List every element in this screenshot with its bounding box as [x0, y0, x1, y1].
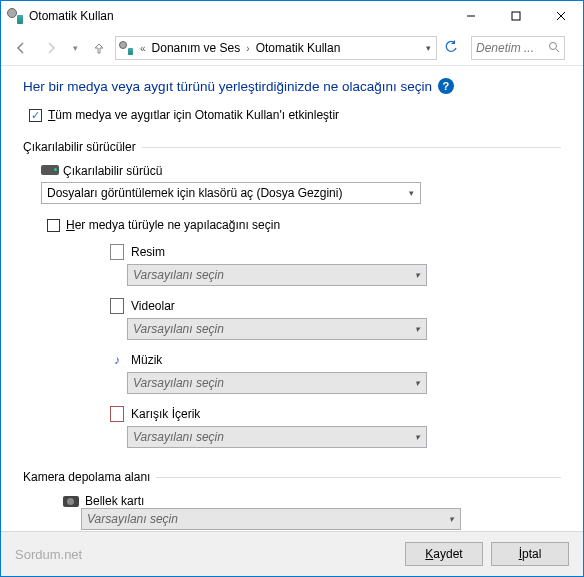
- save-button[interactable]: Kaydet: [405, 542, 483, 566]
- media-image-row: Resim: [109, 244, 561, 260]
- media-mixed-row: Karışık İçerik: [109, 406, 561, 422]
- back-button[interactable]: [7, 34, 35, 62]
- crumb-root-chevron-icon[interactable]: «: [136, 43, 150, 54]
- close-button[interactable]: [538, 1, 583, 31]
- page-title: Her bir medya veya aygıt türünü yerleşti…: [23, 78, 561, 94]
- video-icon: [109, 298, 125, 314]
- crumb-current[interactable]: Otomatik Kullan: [254, 41, 343, 55]
- cancel-button[interactable]: İptal: [491, 542, 569, 566]
- watermark: Sordum.net: [15, 547, 82, 562]
- removable-drive-action-combo[interactable]: Dosyaları görüntülemek için klasörü aç (…: [41, 182, 421, 204]
- media-video-row: Videolar: [109, 298, 561, 314]
- chevron-down-icon: ▾: [408, 319, 426, 339]
- crumb-parent[interactable]: Donanım ve Ses: [150, 41, 243, 55]
- mixed-content-icon: [109, 406, 125, 422]
- per-media-type-checkbox[interactable]: [47, 219, 60, 232]
- media-music-row: ♪ Müzik: [109, 352, 561, 368]
- help-icon[interactable]: ?: [438, 78, 454, 94]
- control-panel-window: Otomatik Kullan ▾: [0, 0, 584, 577]
- music-icon: ♪: [109, 352, 125, 368]
- autoplay-icon: [7, 8, 23, 24]
- address-dropdown-button[interactable]: ▾: [420, 43, 436, 53]
- titlebar: Otomatik Kullan: [1, 1, 583, 31]
- image-action-combo[interactable]: Varsayılanı seçin ▾: [127, 264, 427, 286]
- image-icon: [109, 244, 125, 260]
- removable-drive-action-value: Dosyaları görüntülemek için klasörü aç (…: [47, 186, 342, 200]
- nav-toolbar: ▾ « Donanım ve Ses › Otomatik Kullan ▾ D…: [1, 31, 583, 65]
- forward-button[interactable]: [37, 34, 65, 62]
- up-button[interactable]: [85, 34, 113, 62]
- chevron-down-icon: ▾: [408, 265, 426, 285]
- window-title: Otomatik Kullan: [29, 9, 114, 23]
- video-action-combo[interactable]: Varsayılanı seçin ▾: [127, 318, 427, 340]
- address-bar[interactable]: « Donanım ve Ses › Otomatik Kullan ▾: [115, 36, 437, 60]
- dialog-footer: Sordum.net Kaydet İptal: [1, 531, 583, 576]
- chevron-down-icon: ▾: [402, 183, 420, 203]
- maximize-button[interactable]: [493, 1, 538, 31]
- chevron-down-icon: ▾: [408, 373, 426, 393]
- device-memory-card: Bellek kartı: [63, 494, 561, 508]
- svg-point-4: [550, 42, 557, 49]
- chevron-right-icon[interactable]: ›: [242, 43, 253, 54]
- svg-line-5: [556, 49, 559, 52]
- group-camera-storage: Kamera depolama alanı: [23, 470, 561, 484]
- search-placeholder: Denetim ...: [476, 41, 534, 55]
- location-icon: [116, 41, 136, 55]
- drive-icon: [41, 165, 57, 177]
- chevron-down-icon: ▾: [408, 427, 426, 447]
- group-removable-drives: Çıkarılabilir sürücüler: [23, 140, 561, 154]
- recent-locations-button[interactable]: ▾: [67, 34, 83, 62]
- minimize-button[interactable]: [448, 1, 493, 31]
- search-input[interactable]: Denetim ...: [471, 36, 565, 60]
- search-icon: [548, 41, 560, 56]
- content-area: Her bir medya veya aygıt türünü yerleşti…: [1, 66, 583, 531]
- mixed-action-combo[interactable]: Varsayılanı seçin ▾: [127, 426, 427, 448]
- svg-rect-1: [512, 12, 520, 20]
- chevron-down-icon: ▾: [442, 509, 460, 529]
- enable-autoplay-checkbox[interactable]: [29, 109, 42, 122]
- per-media-type-label: Her medya türüyle ne yapılacağını seçin: [66, 218, 280, 232]
- enable-autoplay-label: Tüm medya ve aygıtlar için Otomatik Kull…: [48, 108, 339, 122]
- memory-card-action-combo[interactable]: Varsayılanı seçin ▾: [81, 508, 461, 530]
- camera-icon: [63, 496, 79, 507]
- music-action-combo[interactable]: Varsayılanı seçin ▾: [127, 372, 427, 394]
- device-removable-drive: Çıkarılabilir sürücü: [41, 164, 561, 178]
- refresh-button[interactable]: [439, 40, 463, 57]
